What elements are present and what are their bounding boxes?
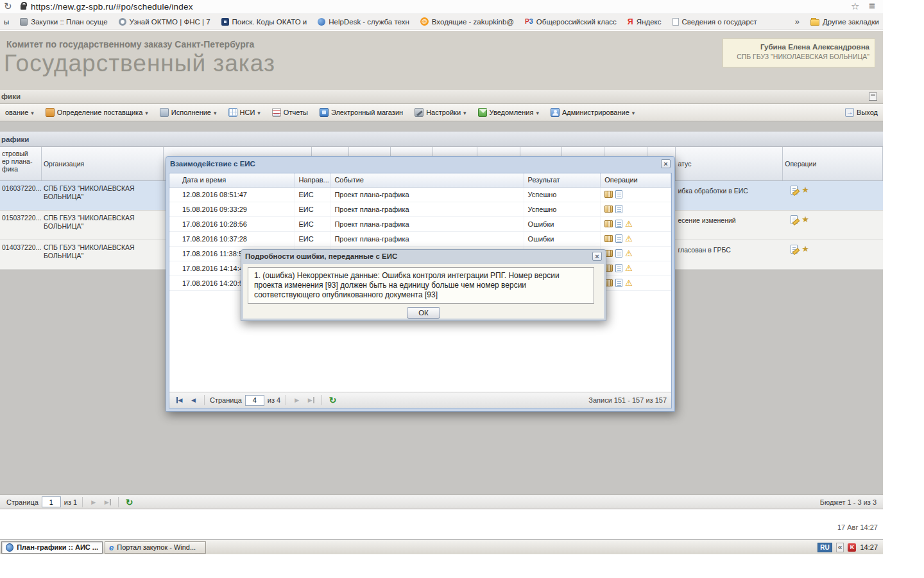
warning-icon[interactable] bbox=[625, 249, 633, 258]
bookmark-item[interactable]: Яндекс bbox=[628, 17, 662, 26]
bookmark-favicon bbox=[318, 18, 325, 26]
tray-expand-icon[interactable] bbox=[836, 543, 844, 552]
emblem-icon[interactable] bbox=[801, 215, 809, 224]
edit-document-icon[interactable] bbox=[791, 186, 798, 195]
prev-page-icon[interactable] bbox=[188, 395, 199, 406]
column-header-datetime[interactable]: Дата и время bbox=[169, 173, 295, 187]
menu-item-reports[interactable]: Отчеты bbox=[267, 104, 313, 121]
dialog-titlebar[interactable]: Подробности ошибки, переданные с ЕИС bbox=[241, 250, 606, 263]
close-icon[interactable] bbox=[592, 252, 602, 261]
document-icon[interactable] bbox=[615, 264, 622, 272]
menu-item-eshop[interactable]: Электронный магазин bbox=[314, 104, 408, 121]
package-icon[interactable] bbox=[604, 220, 613, 227]
bookmark-item[interactable]: Поиск. Коды ОКАТО и bbox=[221, 18, 307, 26]
close-icon[interactable] bbox=[661, 159, 671, 168]
ok-button[interactable]: ОК bbox=[407, 307, 440, 319]
envelope-icon bbox=[478, 108, 487, 117]
bookmark-favicon bbox=[119, 18, 126, 26]
menu-item-settings[interactable]: Настройки bbox=[409, 104, 471, 121]
menu-icon[interactable] bbox=[869, 0, 875, 13]
organization-cell: СПБ ГБУЗ "НИКОЛАЕВСКАЯ БОЛЬНИЦА" bbox=[42, 211, 164, 240]
logout-button[interactable]: Выход bbox=[840, 104, 883, 121]
column-header-result[interactable]: Результат bbox=[524, 173, 601, 187]
registry-number-cell: 016037220... bbox=[0, 181, 42, 210]
page-title: Государственный заказ bbox=[4, 50, 275, 77]
warning-icon[interactable] bbox=[625, 234, 633, 243]
menu-item-planning[interactable]: ование bbox=[0, 104, 39, 121]
document-icon[interactable] bbox=[615, 249, 622, 258]
package-icon[interactable] bbox=[604, 191, 613, 198]
status-cell: ибка обработки в ЕИС bbox=[676, 181, 783, 210]
menu-item-nsi[interactable]: НСИ bbox=[223, 104, 266, 121]
document-icon[interactable] bbox=[615, 190, 622, 198]
collapse-icon[interactable] bbox=[869, 92, 877, 101]
page-input[interactable] bbox=[245, 395, 264, 406]
registry-number-cell: 015037220... bbox=[0, 211, 42, 240]
document-icon[interactable] bbox=[615, 234, 622, 243]
page-input[interactable] bbox=[42, 496, 61, 507]
error-message: 1. (ошибка) Некорректные данные: Ошибка … bbox=[248, 267, 594, 304]
records-range: Записи 151 - 157 из 157 bbox=[588, 396, 667, 404]
menu-item-administration[interactable]: Администрирование bbox=[545, 104, 640, 121]
bookmark-item[interactable]: Сведения о государст bbox=[672, 18, 757, 26]
lock-icon[interactable] bbox=[21, 4, 26, 10]
error-details-dialog: Подробности ошибки, переданные с ЕИС 1. … bbox=[241, 249, 606, 321]
column-header-registry-number[interactable]: стровый ер плана- фика bbox=[0, 147, 42, 180]
warning-icon[interactable] bbox=[625, 220, 633, 228]
bookmark-item[interactable]: HelpDesk - служба техн bbox=[318, 18, 409, 26]
grid-title: рафики bbox=[1, 136, 29, 143]
menu-item-execution[interactable]: Исполнение bbox=[155, 104, 222, 121]
star-icon[interactable] bbox=[851, 1, 859, 12]
antivirus-icon[interactable] bbox=[848, 543, 856, 552]
column-header-direction[interactable]: Направ... bbox=[295, 173, 331, 187]
eis-column-headers: Дата и время Направ... Событие Результат… bbox=[169, 173, 671, 188]
edit-document-icon[interactable] bbox=[791, 245, 798, 254]
package-icon[interactable] bbox=[604, 235, 613, 242]
window-titlebar[interactable]: Взаимодействие с ЕИС bbox=[166, 157, 674, 171]
emblem-icon[interactable] bbox=[801, 245, 809, 254]
bookmarks-overflow-chevron[interactable] bbox=[795, 17, 800, 26]
other-bookmarks[interactable]: Другие закладки bbox=[810, 18, 879, 26]
caret-down-icon bbox=[145, 109, 148, 116]
address-bar[interactable]: https://new.gz-spb.ru/#po/schedule/index bbox=[31, 2, 193, 12]
next-page-icon bbox=[88, 496, 99, 507]
bookmark-item[interactable]: ы bbox=[4, 18, 9, 26]
column-header-operations[interactable]: Операции bbox=[783, 147, 883, 180]
bookmark-item[interactable]: Закупки :: План осуще bbox=[20, 18, 107, 26]
document-icon[interactable] bbox=[615, 205, 622, 213]
taskbar-button-procurement-portal[interactable]: Портал закупок - Wind... bbox=[105, 541, 206, 554]
taskbar-button-plan-graphs[interactable]: План-графики :: АИС ... bbox=[1, 541, 103, 554]
table-row[interactable]: 17.08.2016 10:28:56 ЕИС Проект плана-гра… bbox=[169, 217, 671, 232]
table-row[interactable]: 12.08.2016 08:51:47 ЕИС Проект плана-гра… bbox=[169, 188, 671, 202]
warning-icon[interactable] bbox=[625, 264, 633, 272]
menu-item-supplier[interactable]: Определение поставщика bbox=[40, 104, 153, 121]
monitor-icon bbox=[320, 108, 329, 117]
tools-icon bbox=[415, 108, 424, 117]
edit-document-icon[interactable] bbox=[791, 215, 798, 224]
window-title: Взаимодействие с ЕИС bbox=[170, 160, 255, 168]
refresh-icon[interactable] bbox=[124, 496, 135, 507]
caret-down-icon bbox=[536, 109, 539, 116]
warning-icon[interactable] bbox=[625, 279, 633, 287]
bookmark-item[interactable]: Узнай ОКТМО | ФНС | 7 bbox=[119, 18, 210, 26]
refresh-icon[interactable] bbox=[327, 395, 338, 406]
column-header-organization[interactable]: Организация bbox=[42, 147, 164, 180]
column-header-operations[interactable]: Операции bbox=[601, 173, 671, 187]
menu-item-notifications[interactable]: Уведомления bbox=[473, 104, 544, 121]
bookmark-item[interactable]: Входящие - zakupkinb@ bbox=[420, 17, 514, 26]
page-of-label: из 4 bbox=[268, 396, 280, 404]
column-header-event[interactable]: Событие bbox=[330, 173, 524, 187]
bookmark-item[interactable]: Общероссийский класс bbox=[525, 18, 617, 26]
document-icon[interactable] bbox=[615, 279, 622, 287]
reload-icon[interactable] bbox=[4, 1, 12, 12]
first-page-icon[interactable] bbox=[174, 395, 185, 406]
language-indicator[interactable]: RU bbox=[817, 543, 832, 552]
emblem-icon[interactable] bbox=[801, 186, 809, 195]
caret-down-icon bbox=[463, 109, 466, 116]
committee-title: Комитет по государственному заказу Санкт… bbox=[6, 39, 254, 49]
package-icon[interactable] bbox=[604, 206, 613, 213]
table-row[interactable]: 17.08.2016 10:37:28 ЕИС Проект плана-гра… bbox=[169, 232, 671, 247]
table-row[interactable]: 15.08.2016 09:33:29 ЕИС Проект плана-гра… bbox=[169, 202, 671, 217]
column-header-status[interactable]: атус bbox=[676, 147, 783, 180]
document-icon[interactable] bbox=[615, 220, 622, 228]
